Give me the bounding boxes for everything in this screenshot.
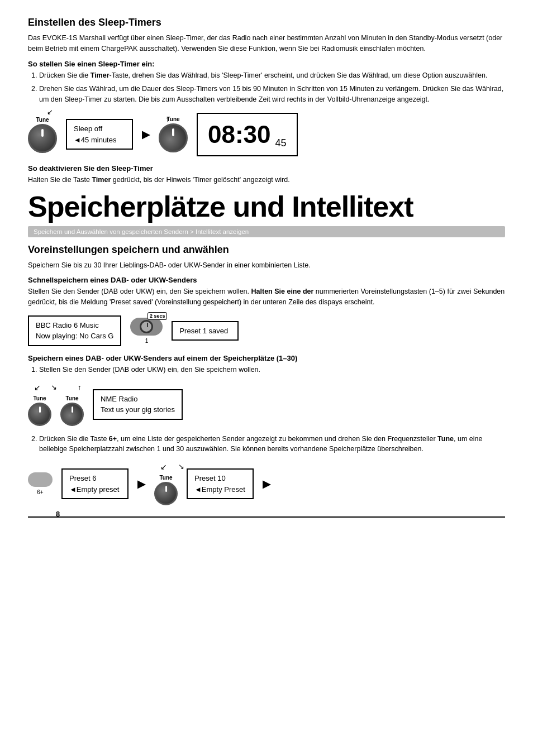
clock-display: 08:30 45 — [197, 113, 298, 156]
deactivate-text: Halten Sie die Taste Timer gedrückt, bis… — [28, 175, 505, 185]
preset10-display: Preset 10 ◄Empty Preset — [187, 468, 254, 499]
save-step-2: Drücken Sie die Taste 6+, um eine Liste … — [39, 434, 505, 455]
sleep-timer-title: Einstellen des Sleep-Timers — [28, 17, 505, 28]
arrow-right-2: ▶ — [137, 478, 145, 490]
up-arrow: ↑ — [165, 114, 169, 123]
nme-display: NME Radio Text us your gig stories — [93, 389, 183, 420]
secs-badge: 2 secs — [147, 312, 168, 320]
tune-arrow-1: ↙ — [47, 108, 53, 116]
step1: Drücken Sie die Timer-Taste, drehen Sie … — [39, 70, 505, 81]
big-heading: Speicherplätze und Intellitext — [28, 191, 505, 223]
knob-nme-2 — [60, 403, 84, 426]
preset6-display: Preset 6 ◄Empty preset — [61, 468, 129, 499]
knob-1 — [28, 124, 57, 153]
btn-1: 2 secs — [130, 318, 163, 336]
knob-preset — [154, 482, 178, 505]
sleep-display: Sleep off ◄45 minutes — [66, 119, 133, 150]
sleep-timer-intro: Das EVOKE-1S Marshall verfügt über einen… — [28, 33, 505, 54]
button-1-wrap: 2 secs 1 — [130, 318, 163, 344]
knob-tune-2: Tune ↑ — [159, 116, 188, 152]
timer-icon — [140, 320, 153, 333]
sleep-timer-diagram: ↙ Tune Sleep off ◄45 minutes ▶ Tune ↑ 08… — [28, 113, 505, 156]
knob-nme-1 — [28, 403, 51, 426]
deactivate-subtitle: So deaktivieren Sie den Sleep-Timer — [28, 164, 505, 173]
btn-label: 1 — [145, 338, 149, 344]
arrow-right-1: ▶ — [142, 128, 150, 141]
knob-tune-preset: ↙ ↘ Tune — [154, 462, 178, 505]
knob-tune-nme-1: ↙ ↘ Tune — [28, 383, 51, 426]
preset-saved-display: Preset 1 saved — [172, 321, 239, 341]
set-subtitle: So stellen Sie einen Sleep-Timer ein: — [28, 60, 505, 68]
knob-label-1: Tune — [36, 117, 49, 123]
save-step-1: Stellen Sie den Sender (DAB oder UKW) ei… — [39, 365, 505, 375]
right-curve-arrow-2: ↘ — [178, 462, 184, 471]
up-arrow-nme: ↑ — [78, 383, 82, 391]
knob-2 — [159, 123, 188, 152]
knob-tune-1: ↙ Tune — [28, 116, 57, 153]
left-curve-arrow-2: ↙ — [160, 462, 167, 471]
btn-6plus — [28, 472, 53, 487]
knob-nme-label-2: Tune — [65, 395, 78, 401]
quick-save-diagram: BBC Radio 6 Music Now playing: No Cars G… — [28, 315, 505, 346]
knob-preset-label: Tune — [159, 475, 172, 481]
presets-intro: Speichern Sie bis zu 30 Ihrer Lieblings-… — [28, 260, 505, 271]
nme-diagram: ↙ ↘ Tune ↑ Tune NME Radio Text us your g… — [28, 383, 505, 426]
arrow-right-3: ▶ — [263, 478, 270, 490]
btn-6plus-wrap: 6+ — [28, 472, 53, 495]
quick-text: Stellen Sie den Sender (DAB oder UKW) ei… — [28, 286, 505, 308]
bbc-display: BBC Radio 6 Music Now playing: No Cars G — [28, 315, 121, 346]
presets-title: Voreinstellungen speichern und anwählen — [28, 244, 505, 256]
knob-nme-label-1: Tune — [33, 395, 46, 401]
knob-tune-nme-2: ↑ Tune — [60, 383, 84, 426]
btn-6plus-label: 6+ — [37, 489, 43, 495]
breadcrumb: Speichern und Auswählen von gespeicherte… — [28, 226, 505, 237]
page-number: 8 — [56, 510, 533, 518]
step2: Drehen Sie das Wählrad, um die Dauer des… — [39, 84, 505, 105]
quick-title: Schnellspeichern eines DAB- oder UKW-Sen… — [28, 276, 505, 284]
left-curve-arrow-1: ↙ — [34, 383, 41, 392]
save-dab-title: Speichern eines DAB- oder UKW-Senders au… — [28, 354, 505, 362]
right-curve-arrow-1: ↘ — [51, 383, 57, 391]
preset-select-diagram: 6+ Preset 6 ◄Empty preset ▶ ↙ ↘ Tune Pre… — [28, 462, 505, 505]
